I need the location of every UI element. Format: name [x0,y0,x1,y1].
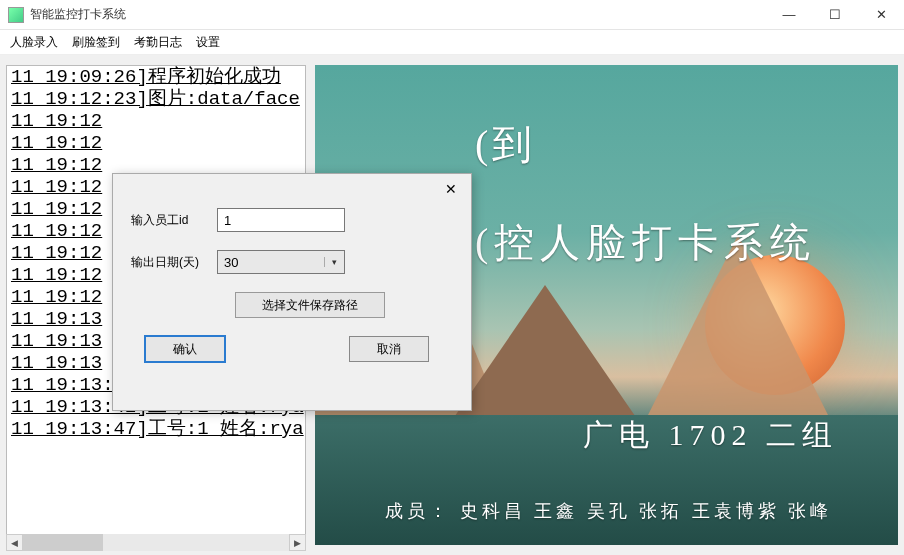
output-days-value: 30 [218,255,324,270]
close-button[interactable]: ✕ [858,0,904,29]
menu-attendance-log[interactable]: 考勤日志 [134,34,182,51]
employee-id-input[interactable] [217,208,345,232]
dialog-body: 输入员工id 输出日期(天) 30 ▾ 选择文件保存路径 确认 取消 [113,204,471,366]
dialog-titlebar: ✕ [113,174,471,204]
cancel-button[interactable]: 取消 [349,336,429,362]
client-area: 11 19:09:26]程序初始化成功 11 19:12:23]图片:data/… [0,55,904,555]
menu-face-checkin[interactable]: 刷脸签到 [72,34,120,51]
scroll-right-icon[interactable]: ▶ [289,534,306,551]
log-line: 11 19:12:23]图片:data/face [7,88,305,110]
window-title: 智能监控打卡系统 [30,6,766,23]
row-output-days: 输出日期(天) 30 ▾ [131,250,453,274]
label-employee-id: 输入员工id [131,212,217,229]
banner-members: 成员： 史科昌 王鑫 吴孔 张拓 王袁博紫 张峰 [385,499,878,523]
scroll-left-icon[interactable]: ◀ [6,534,23,551]
log-line: 11 19:12 [7,132,305,154]
dialog-close-button[interactable]: ✕ [431,175,471,203]
banner-title-1: (到 [475,117,536,172]
maximize-button[interactable]: ☐ [812,0,858,29]
chevron-down-icon: ▾ [324,257,344,267]
row-employee-id: 输入员工id [131,208,453,232]
ok-button[interactable]: 确认 [145,336,225,362]
titlebar: 智能监控打卡系统 ― ☐ ✕ [0,0,904,30]
horizontal-scrollbar[interactable]: ◀ ▶ [6,534,306,551]
log-line: 11 19:09:26]程序初始化成功 [7,66,305,88]
output-days-select[interactable]: 30 ▾ [217,250,345,274]
choose-save-path-button[interactable]: 选择文件保存路径 [235,292,385,318]
label-output-days: 输出日期(天) [131,254,217,271]
export-dialog: ✕ 输入员工id 输出日期(天) 30 ▾ 选择文件保存路径 确认 取消 [112,173,472,411]
menu-settings[interactable]: 设置 [196,34,220,51]
dialog-actions: 确认 取消 [131,318,453,362]
window-controls: ― ☐ ✕ [766,0,904,29]
app-icon [8,7,24,23]
banner-group: 广电 1702 二组 [583,415,838,456]
minimize-button[interactable]: ― [766,0,812,29]
scroll-thumb[interactable] [23,534,103,551]
log-line: 11 19:12 [7,110,305,132]
log-line: 11 19:13:47]工号:1 姓名:rya [7,418,305,440]
menubar: 人脸录入 刷脸签到 考勤日志 设置 [0,30,904,55]
banner-title-2: (控人脸打卡系统 [475,215,816,270]
scroll-track[interactable] [23,534,289,551]
close-icon: ✕ [445,181,457,197]
menu-face-enroll[interactable]: 人脸录入 [10,34,58,51]
